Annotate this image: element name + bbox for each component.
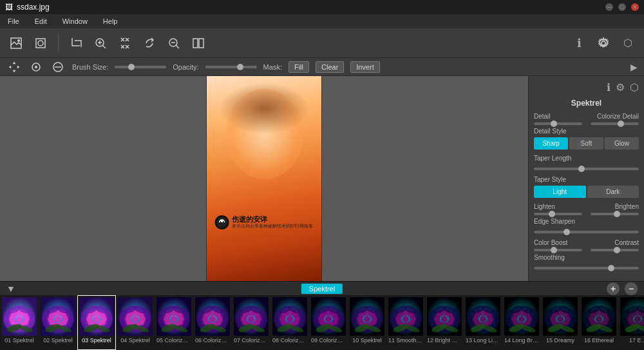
svg-point-240 xyxy=(441,316,448,322)
film-label-8: 08 Colorize Sharp xyxy=(272,337,307,344)
film-item-13[interactable]: 13 Long Lines xyxy=(464,295,502,350)
film-item-12[interactable]: 12 Bright Detail xyxy=(425,295,464,350)
edge-sharpen-slider[interactable] xyxy=(534,231,639,233)
crop-tool[interactable] xyxy=(66,34,86,53)
taper-length-label: Taper Length xyxy=(534,155,639,162)
compare-tool[interactable] xyxy=(189,34,208,53)
svg-point-320 xyxy=(596,316,602,322)
taper-length-slider-container xyxy=(534,163,639,172)
canvas-image: 伤逝的安详 来关注和分享各种破解技术的37行网络客 xyxy=(206,76,322,281)
film-item-10[interactable]: 10 Spektrel xyxy=(348,295,386,350)
tool-options-arrow[interactable]: ▶ xyxy=(630,62,638,72)
opacity-slider-container xyxy=(205,66,257,68)
title-bar: 🖼 ssdax.jpg ─ □ ✕ xyxy=(0,0,644,14)
film-item-4[interactable]: 04 Spektrel xyxy=(116,295,155,350)
erase-tool-option[interactable] xyxy=(50,59,66,75)
film-label-2: 02 Spektrel xyxy=(43,337,73,344)
tool-image-button[interactable] xyxy=(6,34,26,53)
brighten-slider[interactable] xyxy=(591,213,639,215)
film-item-2[interactable]: 02 Spektrel xyxy=(39,295,77,350)
film-item-16[interactable]: 16 Ethereal xyxy=(580,295,618,350)
lighten-slider[interactable] xyxy=(534,213,582,215)
film-label-6: 06 Colorize Abstract xyxy=(195,337,230,344)
fill-button[interactable]: Fill xyxy=(289,61,309,73)
menu-help[interactable]: Help xyxy=(100,16,120,26)
taper-length-slider[interactable] xyxy=(534,168,639,170)
film-label-4: 04 Spektrel xyxy=(120,337,150,344)
film-item-15[interactable]: 15 Dreamy xyxy=(541,295,580,350)
svg-point-200 xyxy=(364,316,370,322)
filmstrip[interactable]: 01 Spektrel 02 Spektrel xyxy=(0,295,644,350)
svg-line-4 xyxy=(102,45,106,48)
main-area: 伤逝的安详 来关注和分享各种破解技术的37行网络客 ℹ ⚙ ⬡ Spektrel… xyxy=(0,76,644,281)
canvas-area[interactable]: 伤逝的安详 来关注和分享各种破解技术的37行网络客 xyxy=(0,76,528,281)
taper-style-buttons: Light Dark xyxy=(534,186,639,198)
gear-icon[interactable]: ⚙ xyxy=(616,81,625,93)
film-item-9[interactable]: 09 Colorize Soft xyxy=(309,295,348,350)
clear-button[interactable]: Clear xyxy=(316,61,344,73)
mask-label: Mask: xyxy=(263,63,282,71)
film-label-3: 03 Spektrel xyxy=(82,337,111,344)
toolbar: ℹ ⬡ xyxy=(0,28,644,58)
film-item-5[interactable]: 05 Colorize Medium xyxy=(155,295,193,350)
menu-edit[interactable]: Edit xyxy=(32,16,50,26)
menu-bar: File Edit Window Help xyxy=(0,14,644,28)
effects-icon[interactable]: ⬡ xyxy=(630,81,639,93)
film-item-1[interactable]: 01 Spektrel xyxy=(0,295,39,350)
film-item-17[interactable]: 17 E... xyxy=(618,295,644,350)
light-button[interactable]: Light xyxy=(534,186,586,198)
remove-preset-button[interactable]: − xyxy=(625,282,638,295)
svg-point-12 xyxy=(601,41,605,45)
svg-point-160 xyxy=(287,316,293,322)
info-button[interactable]: ℹ xyxy=(569,34,589,53)
minimize-button[interactable]: ─ xyxy=(605,3,613,11)
status-arrow[interactable]: ▼ xyxy=(6,284,15,294)
contrast-slider[interactable] xyxy=(591,249,639,251)
opacity-slider[interactable] xyxy=(205,66,257,68)
detail-slider[interactable] xyxy=(534,122,582,125)
film-label-16: 16 Ethereal xyxy=(584,337,614,344)
colorize-detail-slider[interactable] xyxy=(591,122,639,125)
color-boost-slider[interactable] xyxy=(534,249,582,251)
invert-button[interactable]: Invert xyxy=(350,61,380,73)
soft-button[interactable]: Soft xyxy=(569,137,603,150)
restore-button[interactable]: □ xyxy=(618,3,626,11)
smoothing-slider[interactable] xyxy=(534,267,639,269)
rotate-tool[interactable] xyxy=(140,34,159,53)
film-label-14: 14 Long Bright xyxy=(504,337,539,344)
glow-button[interactable]: Glow xyxy=(605,137,639,150)
film-item-3[interactable]: 03 Spektrel xyxy=(77,295,116,350)
move-tool[interactable] xyxy=(6,59,22,75)
film-item-7[interactable]: 07 Colorize Glow xyxy=(232,295,270,350)
svg-point-1 xyxy=(17,39,20,42)
menu-file[interactable]: File xyxy=(5,16,22,26)
brush-size-slider-container xyxy=(115,66,166,68)
detail-label: Detail xyxy=(534,113,551,120)
film-item-11[interactable]: 11 Smooth Detail xyxy=(386,295,425,350)
menu-window[interactable]: Window xyxy=(60,16,90,26)
fit-tool[interactable] xyxy=(115,34,135,53)
info-icon[interactable]: ℹ xyxy=(607,81,611,93)
svg-point-14 xyxy=(35,66,37,68)
smoothing-slider-container xyxy=(534,262,639,271)
settings-button[interactable] xyxy=(594,34,613,53)
film-item-8[interactable]: 08 Colorize Sharp xyxy=(270,295,309,350)
colorboost-contrast-sliders xyxy=(534,249,639,251)
zoom-out-tool[interactable] xyxy=(164,34,184,53)
sharp-button[interactable]: Sharp xyxy=(534,137,568,150)
film-item-14[interactable]: 14 Long Bright xyxy=(502,295,541,350)
dark-button[interactable]: Dark xyxy=(587,186,639,198)
brush-size-slider[interactable] xyxy=(115,66,166,68)
effects-button[interactable]: ⬡ xyxy=(618,34,638,53)
brush-tool-option[interactable] xyxy=(28,59,44,75)
svg-point-2 xyxy=(38,41,43,46)
add-preset-button[interactable]: + xyxy=(607,282,620,295)
svg-point-140 xyxy=(248,316,254,322)
film-item-6[interactable]: 06 Colorize Abstract xyxy=(193,295,232,350)
zoom-in-tool[interactable] xyxy=(91,34,110,53)
svg-point-60 xyxy=(93,316,100,322)
close-button[interactable]: ✕ xyxy=(631,3,639,11)
tool-original-button[interactable] xyxy=(31,34,50,53)
right-panel-icons: ℹ ⚙ ⬡ xyxy=(534,81,639,93)
colorize-detail-label: Colorize Detail xyxy=(597,113,639,120)
